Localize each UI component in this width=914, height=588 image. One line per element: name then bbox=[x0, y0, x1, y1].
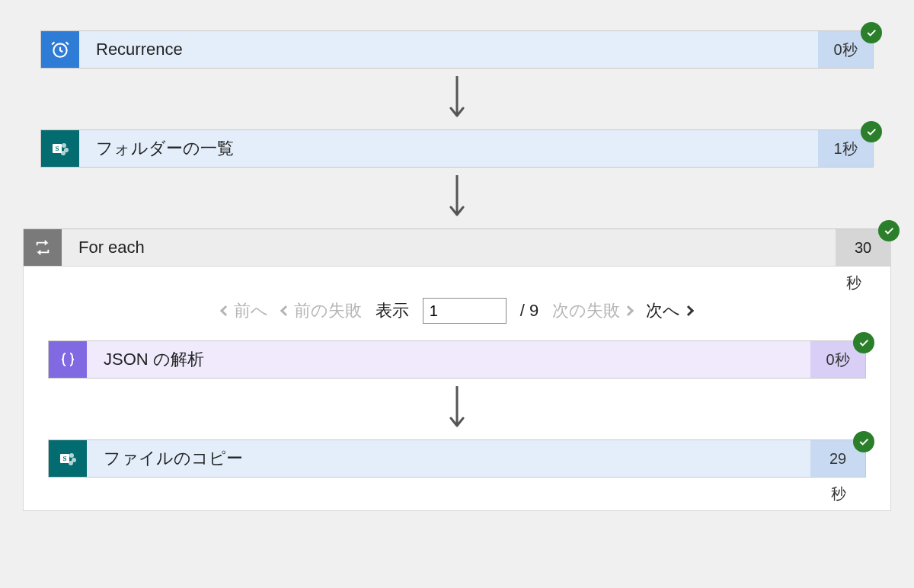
step-title: JSON の解析 bbox=[87, 341, 810, 378]
success-badge bbox=[878, 220, 900, 241]
clock-icon bbox=[41, 31, 79, 68]
sharepoint-icon: S bbox=[41, 130, 79, 167]
step-parse-json[interactable]: JSON の解析 0秒 bbox=[48, 340, 866, 379]
step-title: ファイルのコピー bbox=[87, 440, 810, 477]
svg-point-5 bbox=[61, 151, 66, 155]
duration-unit: 秒 bbox=[24, 267, 890, 293]
foreach-container: For each 30 秒 前へ 前の失敗 表示 / 9 次の失敗 bbox=[23, 228, 891, 511]
step-list-folder[interactable]: S フォルダーの一覧 1秒 bbox=[40, 129, 874, 168]
pager-current-input[interactable] bbox=[423, 298, 507, 324]
svg-point-3 bbox=[62, 143, 66, 148]
success-badge bbox=[853, 431, 874, 452]
svg-point-8 bbox=[69, 453, 74, 458]
pager-next-fail[interactable]: 次の失敗 bbox=[552, 299, 632, 322]
pager-prev-fail[interactable]: 前の失敗 bbox=[282, 299, 362, 322]
chevron-left-icon bbox=[220, 305, 231, 316]
step-title: フォルダーの一覧 bbox=[79, 130, 818, 167]
loop-icon bbox=[24, 229, 62, 266]
pager-total: / 9 bbox=[520, 301, 538, 321]
sharepoint-icon: S bbox=[49, 440, 87, 477]
svg-text:S: S bbox=[55, 145, 59, 152]
step-title: For each bbox=[62, 229, 836, 266]
connector-arrow bbox=[0, 168, 914, 228]
step-title: Recurrence bbox=[79, 31, 818, 68]
step-copy-file[interactable]: S ファイルのコピー 29 bbox=[48, 439, 866, 478]
pager-next[interactable]: 次へ bbox=[646, 299, 692, 322]
success-badge bbox=[861, 22, 882, 43]
svg-point-10 bbox=[69, 461, 73, 465]
step-for-each[interactable]: For each 30 bbox=[24, 228, 890, 267]
duration-unit: 秒 bbox=[24, 478, 890, 504]
pager-prev[interactable]: 前へ bbox=[222, 299, 268, 322]
json-icon bbox=[49, 341, 87, 378]
step-recurrence[interactable]: Recurrence 0秒 bbox=[40, 30, 874, 69]
svg-text:S: S bbox=[62, 455, 66, 462]
connector-arrow bbox=[0, 69, 914, 129]
chevron-right-icon bbox=[683, 305, 694, 316]
chevron-left-icon bbox=[280, 305, 291, 316]
pager-show-label: 表示 bbox=[376, 299, 409, 322]
success-badge bbox=[861, 121, 882, 142]
success-badge bbox=[853, 332, 874, 353]
chevron-right-icon bbox=[623, 305, 634, 316]
iteration-pager: 前へ 前の失敗 表示 / 9 次の失敗 次へ bbox=[24, 293, 890, 340]
connector-arrow bbox=[24, 379, 890, 439]
